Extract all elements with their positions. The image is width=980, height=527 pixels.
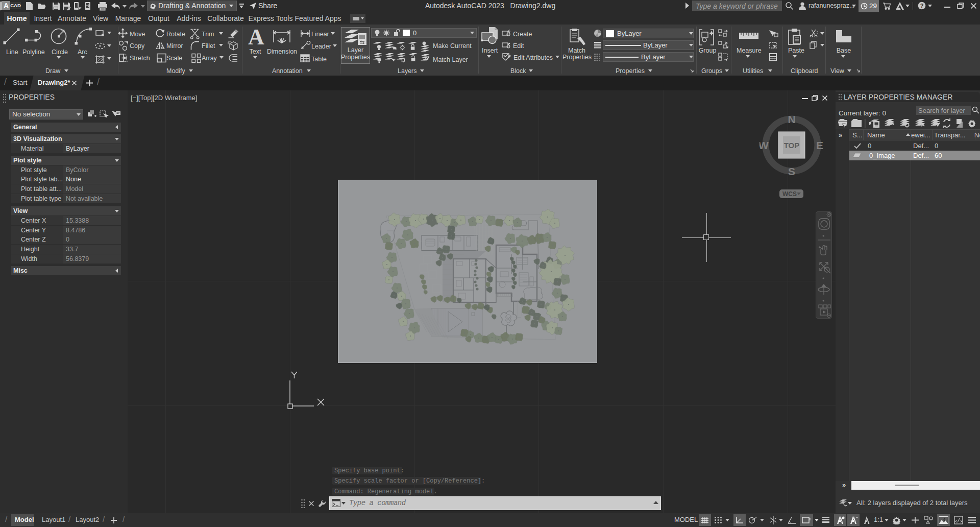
svg-text:?: ? [920,3,924,9]
svg-text:N: N [788,113,795,125]
svg-text:S: S [788,165,795,177]
svg-text:E: E [816,139,823,151]
svg-text:TOP: TOP [784,141,800,150]
svg-text:W: W [760,139,769,151]
